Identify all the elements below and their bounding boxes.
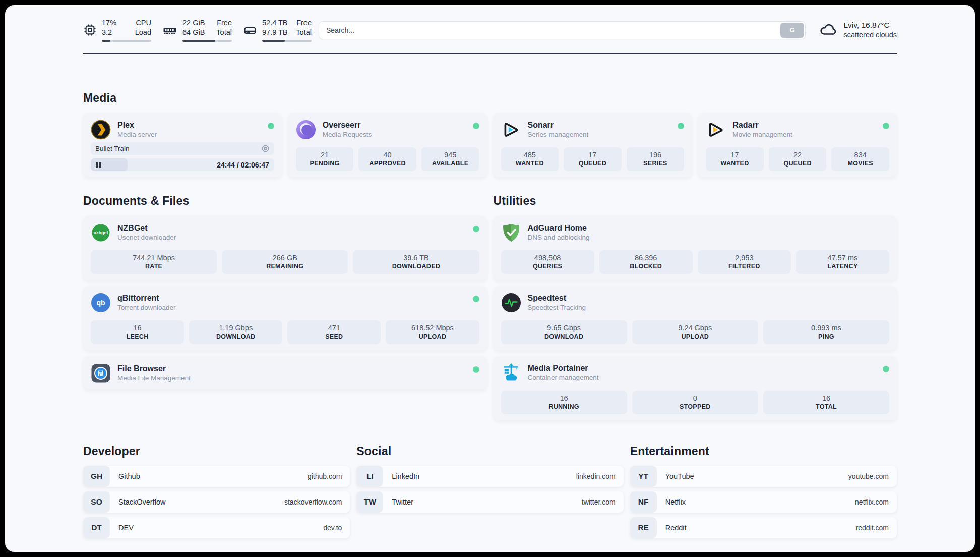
cloud-icon — [819, 20, 837, 40]
stat-label: RUNNING — [502, 403, 626, 410]
stat-value: 2,953 — [699, 254, 790, 262]
stat-label: UPLOAD — [387, 333, 478, 340]
section-title-social: Social — [356, 444, 623, 458]
stat-blocked: 86,396BLOCKED — [599, 250, 693, 274]
section-documents-files: Documents & FilesnzbgetNZBGetUsenet down… — [83, 194, 487, 389]
link-url: stackoverflow.com — [284, 498, 342, 506]
stat-value: 17 — [707, 151, 763, 159]
service-stats: 21PENDING40APPROVED945AVAILABLE — [296, 147, 479, 171]
stat-label: PING — [764, 333, 888, 340]
stat-rate: 744.21 MbpsRATE — [91, 250, 217, 274]
stat-value: 498,508 — [502, 254, 593, 262]
pause-icon[interactable] — [96, 162, 101, 168]
sonarr-icon — [501, 120, 521, 140]
service-card-nzbget[interactable]: nzbgetNZBGetUsenet downloader744.21 Mbps… — [83, 216, 487, 280]
service-card-sonarr[interactable]: SonarrSeries management485WANTED17QUEUED… — [494, 113, 692, 177]
stat-value: 618.52 Mbps — [387, 324, 478, 332]
service-name: NZBGet — [117, 223, 176, 233]
ram-labels: FreeTotal — [216, 18, 232, 37]
stat-upload: 9.24 GbpsUPLOAD — [632, 320, 758, 344]
stat-value: 471 — [288, 324, 380, 332]
link-stackoverflow[interactable]: SOStackOverflowstackoverflow.com — [83, 491, 350, 513]
search-input[interactable] — [319, 21, 806, 39]
link-abbr-badge: RE — [630, 517, 657, 538]
stat-value: 40 — [359, 151, 415, 159]
link-twitter[interactable]: TWTwittertwitter.com — [356, 491, 623, 513]
link-url: youtube.com — [848, 472, 889, 480]
stat-label: TOTAL — [764, 403, 888, 410]
status-dot — [678, 123, 684, 129]
service-subtitle: Torrent downloader — [117, 304, 176, 311]
system-metrics: 17%3.2CPULoad22 GiB64 GiBFreeTotal52.4 T… — [83, 18, 312, 42]
service-name: Sonarr — [528, 120, 589, 130]
link-url: reddit.com — [856, 524, 889, 532]
weather-widget: Lviv, 16.87°C scattered clouds — [819, 20, 897, 40]
stat-latency: 47.57 msLATENCY — [796, 250, 889, 274]
stat-value: 22 — [770, 151, 826, 159]
link-abbr-badge: DT — [83, 517, 110, 538]
service-name: Plex — [117, 120, 157, 130]
middle-sections: Documents & FilesnzbgetNZBGetUsenet down… — [83, 194, 897, 420]
service-card-plex[interactable]: PlexMedia serverBullet Train24:44 / 02:0… — [83, 113, 282, 177]
link-name: LinkedIn — [392, 472, 419, 480]
stat-remaining: 266 GBREMAINING — [222, 250, 348, 274]
stat-label: QUEUED — [565, 160, 621, 167]
link-youtube[interactable]: YTYouTubeyoutube.com — [630, 466, 897, 487]
stat-label: REMAINING — [223, 263, 347, 270]
service-card-radarr[interactable]: RadarrMovie management17WANTED22QUEUED83… — [698, 113, 897, 177]
service-card-overseerr[interactable]: OverseerrMedia Requests21PENDING40APPROV… — [288, 113, 487, 177]
gear-icon[interactable] — [261, 144, 270, 153]
cpu-values: 17%3.2 — [102, 18, 116, 37]
stat-label: BLOCKED — [600, 263, 692, 270]
section-entertainment: EntertainmentYTYouTubeyoutube.comNFNetfl… — [630, 444, 897, 538]
stat-value: 0.993 ms — [764, 324, 888, 332]
stat-value: 945 — [422, 151, 478, 159]
section-title-media: Media — [83, 91, 897, 105]
stat-label: UPLOAD — [633, 333, 757, 340]
service-name: Overseerr — [323, 120, 372, 130]
service-name: AdGuard Home — [528, 223, 590, 233]
cpu-labels: CPULoad — [135, 18, 151, 37]
service-subtitle: Media File Management — [117, 374, 191, 382]
service-stats: 498,508QUERIES86,396BLOCKED2,953FILTERED… — [501, 250, 890, 274]
link-abbr-badge: SO — [83, 491, 110, 513]
stat-value: 9.65 Gbps — [502, 324, 626, 332]
stat-total: 16TOTAL — [763, 391, 889, 414]
stat-value: 17 — [565, 151, 621, 159]
stat-download: 9.65 GbpsDOWNLOAD — [501, 320, 627, 344]
stat-pending: 21PENDING — [296, 147, 354, 171]
link-name: StackOverflow — [118, 498, 165, 506]
ram-progress-bar — [182, 40, 232, 42]
service-card-speedtest[interactable]: SpeedtestSpeedtest Tracking9.65 GbpsDOWN… — [494, 286, 897, 350]
disk-labels: FreeTotal — [296, 18, 312, 37]
disk-values: 52.4 TB97.9 TB — [262, 18, 288, 37]
service-name: qBittorrent — [117, 293, 176, 303]
link-abbr-badge: YT — [630, 466, 657, 487]
link-github[interactable]: GHGithubgithub.com — [83, 466, 350, 487]
link-netflix[interactable]: NFNetflixnetflix.com — [630, 491, 897, 513]
stat-value: 1.19 Gbps — [190, 324, 281, 332]
svg-text:nzbget: nzbget — [94, 230, 108, 235]
link-url: github.com — [308, 472, 342, 480]
service-subtitle: Movie management — [732, 131, 792, 138]
link-linkedin[interactable]: LILinkedInlinkedin.com — [356, 466, 623, 487]
service-card-qbittorrent[interactable]: qbqBittorrentTorrent downloader16LEECH1.… — [83, 286, 487, 350]
status-dot — [473, 296, 479, 302]
dashboard-page: 17%3.2CPULoad22 GiB64 GiBFreeTotal52.4 T… — [5, 5, 975, 552]
stat-label: SEED — [288, 333, 380, 340]
link-url: twitter.com — [582, 498, 616, 506]
service-subtitle: DNS and adblocking — [528, 234, 590, 241]
stat-label: FILTERED — [699, 263, 790, 270]
service-subtitle: Speedtest Tracking — [528, 304, 586, 311]
cpu-icon — [83, 23, 97, 37]
status-dot — [883, 366, 889, 372]
service-card-media-portainer[interactable]: Media PortainerContainer management16RUN… — [494, 356, 897, 420]
link-dev[interactable]: DTDEVdev.to — [83, 517, 350, 538]
service-card-file-browser[interactable]: File BrowserMedia File Management — [83, 356, 487, 389]
section-title-developer: Developer — [83, 444, 350, 458]
playback-progress-bar[interactable]: 24:44 / 02:06:47 — [91, 158, 274, 171]
service-stats: 16LEECH1.19 GbpsDOWNLOAD471SEED618.52 Mb… — [91, 320, 479, 344]
link-reddit[interactable]: RERedditreddit.com — [630, 517, 897, 538]
search-engine-button[interactable]: G — [780, 23, 804, 38]
service-card-adguard-home[interactable]: AdGuard HomeDNS and adblocking498,508QUE… — [494, 216, 897, 280]
